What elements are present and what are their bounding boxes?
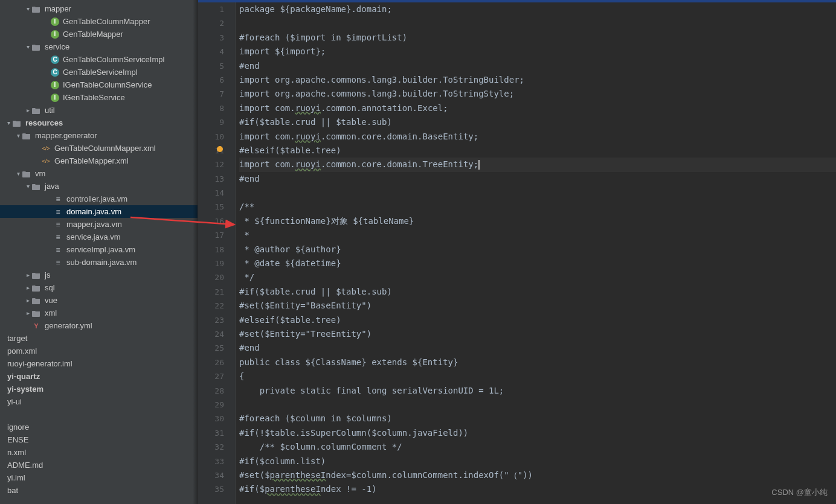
tree-item-mapper[interactable]: ▾mapper xyxy=(0,2,198,15)
tree-item-target[interactable]: target xyxy=(0,332,198,345)
tree-item-igentablecolumnservice[interactable]: IIGenTableColumnService xyxy=(0,78,198,91)
tree-item-vue[interactable]: ▸vue xyxy=(0,294,198,307)
tree-item-mapper-java-vm[interactable]: ≡mapper.java.vm xyxy=(0,218,198,231)
tree-item-bat[interactable]: bat xyxy=(0,484,198,497)
chevron-right-icon: ▸ xyxy=(24,284,31,292)
tree-item-label: java xyxy=(45,182,59,191)
tree-item-generator-yml[interactable]: Ygenerator.yml xyxy=(0,319,198,332)
chevron-none-icon xyxy=(0,436,7,444)
tree-item-n-xml[interactable]: n.xml xyxy=(0,446,198,459)
code-line[interactable]: import org.apache.commons.lang3.builder.… xyxy=(239,87,836,101)
code-line[interactable]: * ${functionName}对象 ${tableName} xyxy=(239,214,836,228)
code-line[interactable] xyxy=(239,16,836,30)
tree-item-serviceimpl-java-vm[interactable]: ≡serviceImpl.java.vm xyxy=(0,243,198,256)
code-line[interactable]: package ${packageName}.domain; xyxy=(239,2,836,16)
tree-item-gentableserviceimpl[interactable]: CGenTableServiceImpl xyxy=(0,66,198,78)
code-line[interactable]: #foreach ($import in $importList) xyxy=(239,31,836,45)
gutter-line-number: 34 xyxy=(198,468,224,482)
code-area[interactable]: package ${packageName}.domain;#foreach (… xyxy=(236,2,836,504)
code-line[interactable]: #elseif($table.tree) xyxy=(239,313,836,327)
code-line[interactable]: #if(!$table.isSuperColumn($column.javaFi… xyxy=(239,426,836,440)
tree-item-igentableservice[interactable]: IIGenTableService xyxy=(0,91,198,104)
code-line[interactable]: #if($table.crud || $table.sub) xyxy=(239,285,836,299)
tree-item-label: yi-system xyxy=(7,384,43,394)
gutter-line-number: 29 xyxy=(198,398,224,412)
code-line[interactable]: { xyxy=(239,369,836,383)
code-line[interactable]: import org.apache.commons.lang3.builder.… xyxy=(239,73,836,87)
code-line[interactable]: */ xyxy=(239,270,836,284)
tree-item-ruoyi-generator-iml[interactable]: ruoyi-generator.iml xyxy=(0,357,198,370)
tree-item-label: mapper.generator xyxy=(35,131,97,140)
code-line[interactable]: #foreach ($column in $columns) xyxy=(239,412,836,426)
tree-item-sql[interactable]: ▸sql xyxy=(0,281,198,294)
chevron-none-icon xyxy=(43,69,51,76)
code-line[interactable]: private static final long serialVersionU… xyxy=(239,384,836,398)
code-line[interactable]: import com.ruoyi.common.core.domain.Base… xyxy=(239,130,836,144)
gutter-line-number: 21 xyxy=(198,285,224,299)
code-line[interactable]: #set($Entity="BaseEntity") xyxy=(239,299,836,313)
code-line[interactable]: /** xyxy=(239,200,836,214)
code-line[interactable]: public class ${ClassName} extends ${Enti… xyxy=(239,356,836,369)
code-line[interactable] xyxy=(239,186,836,200)
tree-item-gentablemapper[interactable]: IGenTableMapper xyxy=(0,28,198,40)
folder-icon xyxy=(31,182,41,191)
code-line[interactable]: #if($parentheseIndex != -1) xyxy=(239,482,836,496)
folder-icon xyxy=(31,283,41,293)
gutter-line-number: 10 xyxy=(198,130,224,144)
tree-item-resources[interactable]: ▾resources xyxy=(0,116,198,129)
project-tree[interactable]: ▾mapperIGenTableColumnMapperIGenTableMap… xyxy=(0,0,198,504)
tree-item-gentablecolumnmapper-xml[interactable]: </>GenTableColumnMapper.xml xyxy=(0,142,198,155)
tree-item-mapper-generator[interactable]: ▾mapper.generator xyxy=(0,129,198,142)
tree-item-xml[interactable]: ▸xml xyxy=(0,307,198,319)
code-line[interactable]: * xyxy=(239,228,836,242)
code-line[interactable]: import com.ruoyi.common.core.domain.Tree… xyxy=(239,158,836,171)
code-line[interactable]: * @date ${datetime} xyxy=(239,257,836,270)
tree-item-ense[interactable]: ENSE xyxy=(0,433,198,446)
code-line[interactable]: /** $column.columnComment */ xyxy=(239,440,836,454)
code-line[interactable]: #end xyxy=(239,341,836,355)
code-line[interactable]: #set($parentheseIndex=$column.columnComm… xyxy=(239,468,836,482)
tree-item-gentablecolumnmapper[interactable]: IGenTableColumnMapper xyxy=(0,15,198,28)
code-line[interactable]: #set($Entity="TreeEntity") xyxy=(239,327,836,341)
tree-item-vm[interactable]: ▾vm xyxy=(0,167,198,180)
chevron-none-icon xyxy=(0,462,7,469)
editor[interactable]: 1234567891011121314151617181920212223242… xyxy=(198,0,836,504)
code-line[interactable]: #end xyxy=(239,59,836,73)
code-line[interactable]: import ${import}; xyxy=(239,45,836,59)
tree-item-adme-md[interactable]: ADME.md xyxy=(0,459,198,471)
chevron-none-icon xyxy=(46,221,53,228)
tree-item-yi-iml[interactable]: yi.iml xyxy=(0,471,198,484)
code-line[interactable]: #elseif($table.tree) xyxy=(239,144,836,158)
chevron-none-icon xyxy=(0,398,7,406)
code-line[interactable]: import com.ruoyi.common.annotation.Excel… xyxy=(239,101,836,115)
tree-item-sub-domain-java-vm[interactable]: ≡sub-domain.java.vm xyxy=(0,256,198,269)
code-line[interactable] xyxy=(239,398,836,412)
tree-item-controller-java-vm[interactable]: ≡controller.java.vm xyxy=(0,193,198,205)
tree-item-yi-ui[interactable]: yi-ui xyxy=(0,395,198,408)
tree-item-domain-java-vm[interactable]: ≡domain.java.vm xyxy=(0,205,198,218)
code-line[interactable]: #if($table.crud || $table.sub) xyxy=(239,115,836,129)
gutter-line-number: 8 xyxy=(198,101,224,115)
tree-item-ignore[interactable]: ignore xyxy=(0,421,198,433)
tree-item-yi-quartz[interactable]: yi-quartz xyxy=(0,370,198,383)
tree-item-blank[interactable] xyxy=(0,408,198,421)
tree-item-gentablemapper-xml[interactable]: </>GenTableMapper.xml xyxy=(0,155,198,167)
tree-item-label: ADME.md xyxy=(7,461,43,470)
tree-item-pom-xml[interactable]: pom.xml xyxy=(0,345,198,357)
gutter-line-number: 22 xyxy=(198,299,224,313)
class-icon: C xyxy=(51,56,59,64)
tree-item-js[interactable]: ▸js xyxy=(0,269,198,281)
tree-item-gentablecolumnserviceimpl[interactable]: CGenTableColumnServiceImpl xyxy=(0,53,198,66)
tree-item-service[interactable]: ▾service xyxy=(0,40,198,53)
tree-item-yi-system[interactable]: yi-system xyxy=(0,383,198,395)
code-line[interactable]: * @author ${author} xyxy=(239,243,836,257)
tree-item-util[interactable]: ▸util xyxy=(0,104,198,116)
file-icon: ≡ xyxy=(53,258,63,267)
tree-item-service-java-vm[interactable]: ≡service.java.vm xyxy=(0,231,198,243)
code-line[interactable]: #end xyxy=(239,172,836,186)
chevron-none-icon xyxy=(34,145,41,152)
tree-item-java[interactable]: ▾java xyxy=(0,180,198,193)
intention-bulb-icon[interactable] xyxy=(217,146,223,152)
code-line[interactable]: #if($column.list) xyxy=(239,455,836,468)
tree-item-label: IGenTableColumnService xyxy=(63,80,152,89)
